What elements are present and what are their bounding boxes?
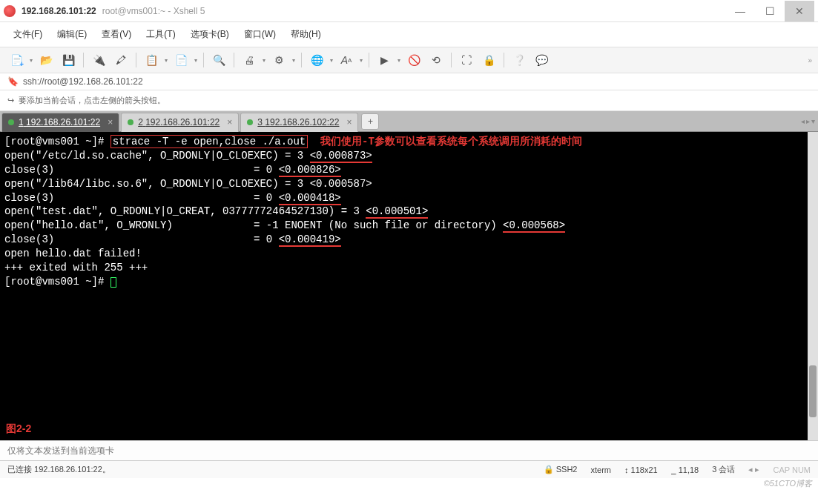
stop-button[interactable]: 🚫 (403, 50, 424, 70)
copy-button[interactable]: 📋▾ (141, 50, 162, 70)
menu-view[interactable]: 查看(V) (96, 25, 137, 44)
vertical-scrollbar[interactable] (808, 132, 818, 440)
save-button[interactable]: 💾 (58, 50, 79, 70)
tab-label: 192.168.26.101:22 (145, 117, 220, 127)
arrow-add-icon[interactable]: ↪ (7, 96, 14, 105)
command-text: strace -T -e open,close ./a.out (111, 135, 308, 148)
toolbar-sep (369, 53, 369, 67)
status-proto: 🔒 SSH2 (544, 465, 578, 474)
status-sessions: 3 会话 (712, 464, 735, 475)
toolbar: 📄+▾ 📂 💾 🔌 🖍 📋▾ 📄▾ 🔍 🖨▾ ⚙▾ 🌐▾ AA▾ ▶▾ 🚫 ⟲ … (0, 47, 818, 73)
scroll-thumb[interactable] (809, 365, 817, 417)
menu-edit[interactable]: 编辑(E) (51, 25, 93, 44)
status-bar: 已连接 192.168.26.101:22。 🔒 SSH2 xterm ↕ 11… (0, 460, 818, 478)
window-title: 192.168.26.101:22 (22, 6, 96, 16)
tab-label: 192.168.26.102:22 (265, 117, 339, 127)
tab-3[interactable]: 3 192.168.26.102:22 × (240, 113, 358, 132)
send-bar (0, 440, 818, 460)
title-bar: 192.168.26.101:22 root@vms001:~ - Xshell… (0, 0, 818, 22)
toolbar-sep (83, 53, 84, 67)
paste-button[interactable]: 📄▾ (171, 50, 191, 70)
terminal-wrap: [root@vms001 ~]# strace -T -e open,close… (0, 132, 818, 440)
hint-bar: ↪ 要添加当前会话，点击左侧的箭头按钮。 (0, 90, 818, 111)
status-pos: ⎯ 11,18 (671, 465, 699, 474)
refresh-button[interactable]: ⟲ (426, 50, 446, 70)
print-button[interactable]: 🖨▾ (239, 50, 260, 70)
toolbar-sep (451, 53, 452, 67)
time-value: <0.000418> (279, 192, 341, 205)
add-tab-button[interactable]: + (361, 113, 379, 130)
size-icon: ↕ (624, 465, 629, 474)
address-url[interactable]: ssh://root@192.168.26.101:22 (23, 76, 143, 87)
app-icon (4, 5, 16, 17)
tab-next-icon[interactable]: ▸ (806, 117, 810, 125)
status-nav[interactable]: ◂ ▸ (748, 465, 759, 474)
properties-button[interactable]: ⚙▾ (268, 50, 289, 70)
menu-window[interactable]: 窗口(W) (238, 25, 282, 44)
minimize-button[interactable]: — (725, 1, 755, 21)
tab-close-icon[interactable]: × (108, 117, 113, 127)
tab-close-icon[interactable]: × (227, 117, 232, 127)
status-dot-icon (128, 119, 133, 125)
close-button[interactable]: ✕ (785, 1, 814, 21)
menu-tools[interactable]: 工具(T) (140, 25, 181, 44)
help-button[interactable]: ❔ (509, 50, 530, 70)
figure-label: 图2-2 (6, 422, 31, 436)
tab-close-icon[interactable]: × (346, 117, 352, 127)
globe-button[interactable]: 🌐▾ (306, 50, 327, 70)
toolbar-sep (136, 53, 136, 67)
cursor-icon (111, 277, 116, 288)
menu-bar: 文件(F) 编辑(E) 查看(V) 工具(T) 选项卡(B) 窗口(W) 帮助(… (0, 22, 818, 47)
time-value: <0.000501> (366, 205, 428, 219)
reconnect-button[interactable]: 🔌 (88, 50, 109, 70)
term-line: open hello.dat failed! (4, 248, 142, 259)
tab-label: 192.168.26.101:22 (26, 117, 100, 127)
font-button[interactable]: AA▾ (336, 50, 357, 70)
term-line: close(3) = 0 (4, 164, 279, 176)
terminal[interactable]: [root@vms001 ~]# strace -T -e open,close… (0, 132, 818, 440)
address-bar: 🔖 ssh://root@192.168.26.101:22 (0, 73, 818, 90)
menu-help[interactable]: 帮助(H) (285, 25, 327, 44)
toolbar-sep (301, 53, 302, 67)
prompt: [root@vms001 ~]# (4, 136, 111, 147)
new-session-button[interactable]: 📄+▾ (6, 50, 27, 70)
status-size: ↕ 118x21 (624, 465, 658, 474)
cursor-pos-icon: ⎯ (671, 465, 676, 474)
run-button[interactable]: ▶▾ (374, 50, 395, 70)
time-value: <0.000568> (503, 219, 565, 233)
transfer-button[interactable]: 🖍 (111, 50, 131, 70)
open-button[interactable]: 📂 (36, 50, 56, 70)
lock-button[interactable]: 🔒 (478, 50, 499, 70)
time-value: <0.000826> (279, 164, 341, 177)
menu-tab[interactable]: 选项卡(B) (185, 25, 235, 44)
tab-list-icon[interactable]: ▾ (811, 117, 815, 125)
window-subtitle: root@vms001:~ - Xshell 5 (102, 6, 205, 16)
tab-num: 1 (19, 117, 24, 127)
hint-text: 要添加当前会话，点击左侧的箭头按钮。 (19, 95, 165, 106)
chat-button[interactable]: 💬 (531, 50, 552, 70)
term-line: close(3) = 0 (4, 192, 279, 204)
tab-prev-icon[interactable]: ◂ (801, 117, 805, 125)
lock-icon: 🔒 (544, 465, 554, 474)
tab-num: 3 (257, 117, 263, 127)
bookmark-icon[interactable]: 🔖 (7, 76, 19, 87)
status-dot-icon (8, 119, 14, 125)
tab-nav: ◂ ▸ ▾ (801, 117, 818, 125)
toolbar-sep (504, 53, 504, 67)
session-tabs: 1 192.168.26.101:22 × 2 192.168.26.101:2… (0, 111, 818, 132)
maximize-button[interactable]: ☐ (755, 1, 785, 21)
term-line: open("test.dat", O_RDONLY|O_CREAT, 03777… (4, 205, 366, 217)
tab-1[interactable]: 1 192.168.26.101:22 × (1, 113, 119, 132)
search-button[interactable]: 🔍 (208, 50, 229, 70)
menu-file[interactable]: 文件(F) (7, 25, 48, 44)
send-input[interactable] (7, 445, 811, 456)
tab-2[interactable]: 2 192.168.26.101:22 × (121, 113, 239, 132)
status-connection: 已连接 192.168.26.101:22。 (7, 464, 111, 475)
toolbar-sep (203, 53, 204, 67)
term-line: open("/etc/ld.so.cache", O_RDONLY|O_CLOE… (4, 150, 310, 162)
fullscreen-button[interactable]: ⛶ (456, 50, 477, 70)
toolbar-overflow-icon[interactable]: » (808, 56, 812, 64)
prompt: [root@vms001 ~]# (4, 276, 111, 288)
time-value: <0.000873> (310, 150, 372, 163)
annotation-text: 我们使用-T参数可以查看系统每个系统调用所消耗的时间 (320, 136, 582, 147)
